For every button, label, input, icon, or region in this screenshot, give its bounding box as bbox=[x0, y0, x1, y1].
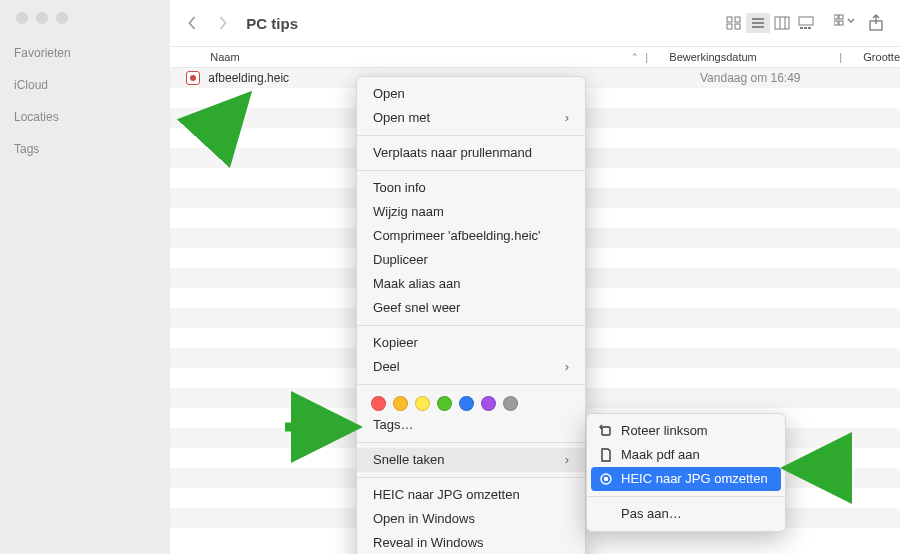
ctx-heic-to-jpg[interactable]: HEIC naar JPG omzetten bbox=[357, 483, 585, 507]
svg-rect-11 bbox=[800, 27, 803, 29]
ctx-copy[interactable]: Kopieer bbox=[357, 331, 585, 355]
sidebar-section-favorites[interactable]: Favorieten bbox=[0, 42, 170, 74]
document-icon bbox=[599, 448, 613, 462]
ctx-share[interactable]: Deel› bbox=[357, 355, 585, 379]
column-date[interactable]: Bewerkingsdatum bbox=[659, 51, 839, 63]
ctx-quick-look[interactable]: Geef snel weer bbox=[357, 296, 585, 320]
sidebar: Favorieten iCloud Locaties Tags bbox=[0, 0, 170, 554]
ctx-tags[interactable]: Tags… bbox=[357, 413, 585, 437]
column-size[interactable]: Grootte bbox=[853, 51, 900, 63]
context-menu: Open Open met› Verplaats naar prullenman… bbox=[356, 76, 586, 554]
minimize-icon[interactable] bbox=[36, 12, 48, 24]
ctx-quick-actions[interactable]: Snelle taken› bbox=[357, 448, 585, 472]
ctx-get-info[interactable]: Toon info bbox=[357, 176, 585, 200]
ctx-rename[interactable]: Wijzig naam bbox=[357, 200, 585, 224]
tag-gray[interactable] bbox=[503, 396, 518, 411]
sort-caret-icon: ⌃ bbox=[631, 52, 639, 62]
close-icon[interactable] bbox=[16, 12, 28, 24]
view-columns-icon[interactable] bbox=[770, 13, 794, 33]
ctx-make-alias[interactable]: Maak alias aan bbox=[357, 272, 585, 296]
svg-rect-1 bbox=[735, 17, 740, 22]
ctx-open[interactable]: Open bbox=[357, 82, 585, 106]
view-list-icon[interactable] bbox=[746, 13, 770, 33]
column-separator: | bbox=[645, 51, 659, 63]
quick-actions-submenu: Roteer linksom Maak pdf aan HEIC naar JP… bbox=[586, 413, 786, 532]
zoom-icon[interactable] bbox=[56, 12, 68, 24]
file-name: afbeelding.heic bbox=[208, 71, 289, 85]
svg-rect-3 bbox=[735, 24, 740, 29]
chevron-right-icon: › bbox=[565, 358, 569, 376]
svg-rect-17 bbox=[839, 21, 843, 25]
column-name-label: Naam bbox=[210, 51, 239, 63]
svg-rect-7 bbox=[775, 17, 789, 29]
tag-yellow[interactable] bbox=[415, 396, 430, 411]
sidebar-section-tags[interactable]: Tags bbox=[0, 138, 170, 170]
file-type-icon bbox=[186, 71, 200, 85]
view-mode-toggle[interactable] bbox=[722, 13, 818, 33]
sub-heic-to-jpg[interactable]: HEIC naar JPG omzetten bbox=[591, 467, 781, 491]
view-gallery-icon[interactable] bbox=[794, 13, 818, 33]
svg-rect-16 bbox=[834, 21, 838, 25]
ctx-compress[interactable]: Comprimeer 'afbeelding.heic' bbox=[357, 224, 585, 248]
svg-point-21 bbox=[605, 478, 608, 481]
column-header: Naam ⌃ | Bewerkingsdatum | Grootte bbox=[170, 46, 900, 68]
svg-rect-13 bbox=[808, 27, 811, 29]
svg-rect-15 bbox=[839, 15, 843, 19]
window-controls bbox=[0, 6, 170, 42]
svg-rect-2 bbox=[727, 24, 732, 29]
sub-make-pdf[interactable]: Maak pdf aan bbox=[587, 443, 785, 467]
tag-green[interactable] bbox=[437, 396, 452, 411]
sub-customize[interactable]: Pas aan… bbox=[587, 502, 785, 526]
svg-rect-19 bbox=[602, 427, 610, 435]
ctx-open-in-windows[interactable]: Open in Windows bbox=[357, 507, 585, 531]
tag-blue[interactable] bbox=[459, 396, 474, 411]
ctx-reveal-in-windows[interactable]: Reveal in Windows bbox=[357, 531, 585, 554]
sidebar-section-icloud[interactable]: iCloud bbox=[0, 74, 170, 106]
ctx-open-with[interactable]: Open met› bbox=[357, 106, 585, 130]
view-icons-icon[interactable] bbox=[722, 13, 746, 33]
rotate-left-icon bbox=[599, 424, 613, 438]
tag-orange[interactable] bbox=[393, 396, 408, 411]
back-button[interactable] bbox=[184, 15, 200, 31]
svg-rect-10 bbox=[799, 17, 813, 25]
share-icon[interactable] bbox=[868, 14, 886, 32]
svg-rect-12 bbox=[804, 27, 807, 29]
ctx-move-to-trash[interactable]: Verplaats naar prullenmand bbox=[357, 141, 585, 165]
forward-button[interactable] bbox=[214, 15, 230, 31]
chevron-right-icon: › bbox=[565, 109, 569, 127]
column-name[interactable]: Naam ⌃ bbox=[170, 51, 645, 63]
toolbar: PC tips bbox=[170, 0, 900, 46]
ctx-tag-colors[interactable] bbox=[357, 390, 585, 413]
sidebar-section-locations[interactable]: Locaties bbox=[0, 106, 170, 138]
svg-rect-0 bbox=[727, 17, 732, 22]
workflow-icon bbox=[599, 472, 613, 486]
tag-purple[interactable] bbox=[481, 396, 496, 411]
sub-rotate-left[interactable]: Roteer linksom bbox=[587, 419, 785, 443]
group-by-icon[interactable] bbox=[834, 14, 852, 32]
column-separator: | bbox=[839, 51, 853, 63]
folder-title: PC tips bbox=[246, 15, 298, 32]
file-date: Vandaag om 16:49 bbox=[690, 71, 900, 85]
chevron-right-icon: › bbox=[565, 451, 569, 469]
svg-rect-14 bbox=[834, 15, 838, 19]
ctx-duplicate[interactable]: Dupliceer bbox=[357, 248, 585, 272]
tag-red[interactable] bbox=[371, 396, 386, 411]
